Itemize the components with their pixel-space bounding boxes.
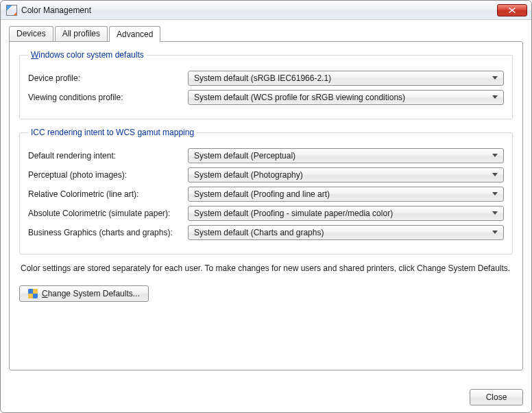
client-area: Devices All profiles Advanced Windows co… (1, 20, 531, 412)
combo-business-graphics[interactable]: System default (Charts and graphs) (188, 225, 504, 240)
label-perceptual: Perceptual (photo images): (28, 170, 182, 180)
tab-advanced[interactable]: Advanced (109, 26, 160, 42)
change-system-defaults-button[interactable]: Change System Defaults... (19, 285, 149, 302)
label-default-intent: Default rendering intent: (28, 151, 182, 161)
chevron-down-icon (489, 173, 500, 177)
combo-business-graphics-value: System default (Charts and graphs) (194, 228, 489, 237)
color-management-window: Color Management Devices All profiles Ad… (0, 0, 532, 413)
combo-default-intent-value: System default (Perceptual) (194, 151, 489, 161)
combo-viewing-conditions-value: System default (WCS profile for sRGB vie… (194, 93, 489, 102)
label-device-profile: Device profile: (28, 73, 182, 83)
close-icon (509, 8, 516, 13)
row-business-graphics: Business Graphics (charts and graphs): S… (28, 225, 504, 240)
row-default-intent: Default rendering intent: System default… (28, 148, 504, 163)
tab-devices[interactable]: Devices (9, 26, 53, 41)
dialog-footer: Close (470, 389, 523, 405)
label-business-graphics: Business Graphics (charts and graphs): (28, 228, 182, 237)
chevron-down-icon (489, 211, 500, 215)
group-legend-wcsd: Windows color system defaults (28, 50, 147, 60)
group-icc-rendering-intent: ICC rendering intent to WCS gamut mappin… (19, 128, 513, 255)
group-legend-icc: ICC rendering intent to WCS gamut mappin… (28, 128, 197, 137)
label-relative-colorimetric: Relative Colorimetric (line art): (28, 189, 182, 199)
label-viewing-conditions: Viewing conditions profile: (28, 93, 182, 102)
row-relative-colorimetric: Relative Colorimetric (line art): System… (28, 187, 504, 202)
row-perceptual: Perceptual (photo images): System defaul… (28, 167, 504, 182)
combo-perceptual[interactable]: System default (Photography) (188, 167, 504, 182)
note-text: Color settings are stored separately for… (21, 263, 511, 274)
combo-device-profile[interactable]: System default (sRGB IEC61966-2.1) (188, 71, 504, 86)
close-button[interactable]: Close (470, 389, 523, 405)
row-absolute-colorimetric: Absolute Colorimetric (simulate paper): … (28, 206, 504, 221)
row-device-profile: Device profile: System default (sRGB IEC… (28, 71, 504, 86)
window-close-button[interactable] (497, 4, 527, 16)
window-title: Color Management (21, 5, 91, 15)
titlebar: Color Management (1, 1, 531, 20)
combo-relative-colorimetric-value: System default (Proofing and line art) (194, 189, 489, 199)
label-absolute-colorimetric: Absolute Colorimetric (simulate paper): (28, 209, 182, 218)
shield-icon (28, 289, 38, 298)
chevron-down-icon (489, 231, 500, 235)
combo-relative-colorimetric[interactable]: System default (Proofing and line art) (188, 187, 504, 202)
row-viewing-conditions: Viewing conditions profile: System defau… (28, 90, 504, 105)
chevron-down-icon (489, 76, 500, 80)
combo-default-intent[interactable]: System default (Perceptual) (188, 148, 504, 163)
chevron-down-icon (489, 192, 500, 196)
tab-panel-advanced: Windows color system defaults Device pro… (9, 41, 523, 370)
app-icon (6, 5, 17, 16)
combo-device-profile-value: System default (sRGB IEC61966-2.1) (194, 73, 489, 83)
combo-absolute-colorimetric[interactable]: System default (Proofing - simulate pape… (188, 206, 504, 221)
combo-perceptual-value: System default (Photography) (194, 170, 489, 180)
combo-viewing-conditions[interactable]: System default (WCS profile for sRGB vie… (188, 90, 504, 105)
change-system-defaults-label: Change System Defaults... (42, 289, 140, 298)
tab-all-profiles[interactable]: All profiles (55, 26, 108, 41)
tabstrip: Devices All profiles Advanced (9, 25, 523, 41)
combo-absolute-colorimetric-value: System default (Proofing - simulate pape… (194, 209, 489, 218)
chevron-down-icon (489, 154, 500, 158)
group-windows-color-system-defaults: Windows color system defaults Device pro… (19, 50, 513, 119)
chevron-down-icon (489, 95, 500, 99)
